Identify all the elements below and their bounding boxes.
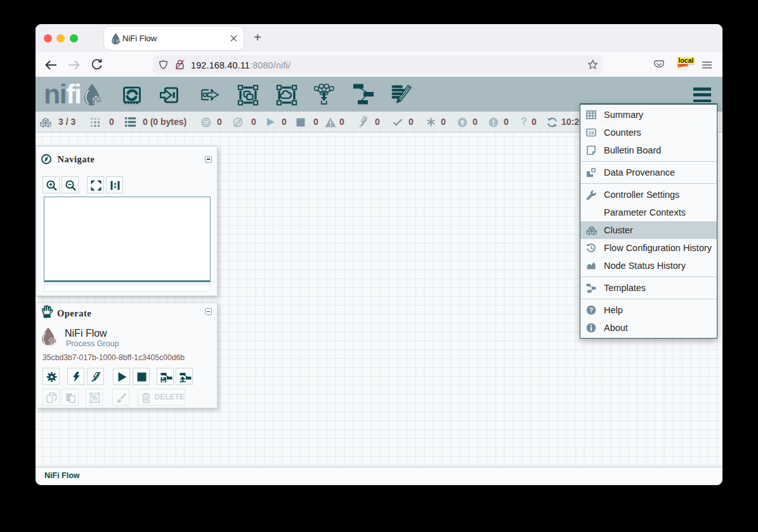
svg-text:?: ? [589, 306, 593, 314]
svg-text:23: 23 [589, 130, 594, 136]
